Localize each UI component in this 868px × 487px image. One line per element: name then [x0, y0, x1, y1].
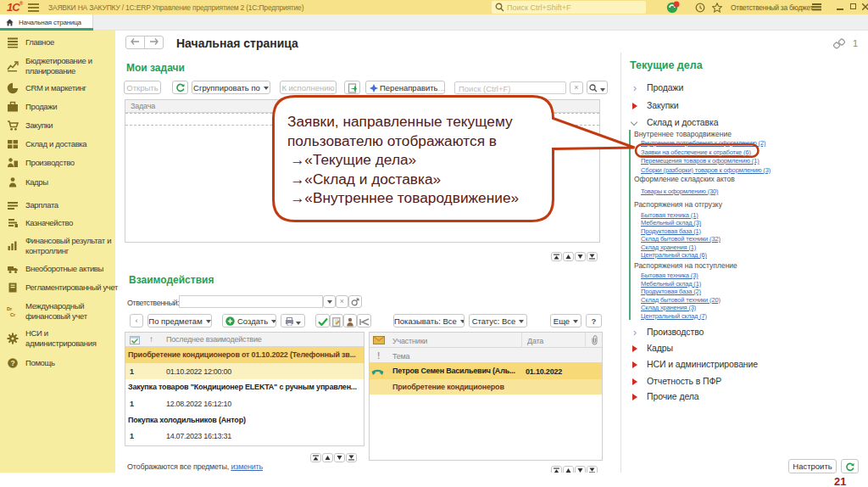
svg-text:Dr: Dr	[7, 306, 13, 311]
svg-text:?: ?	[11, 359, 15, 367]
svg-text:Cr: Cr	[10, 312, 16, 317]
